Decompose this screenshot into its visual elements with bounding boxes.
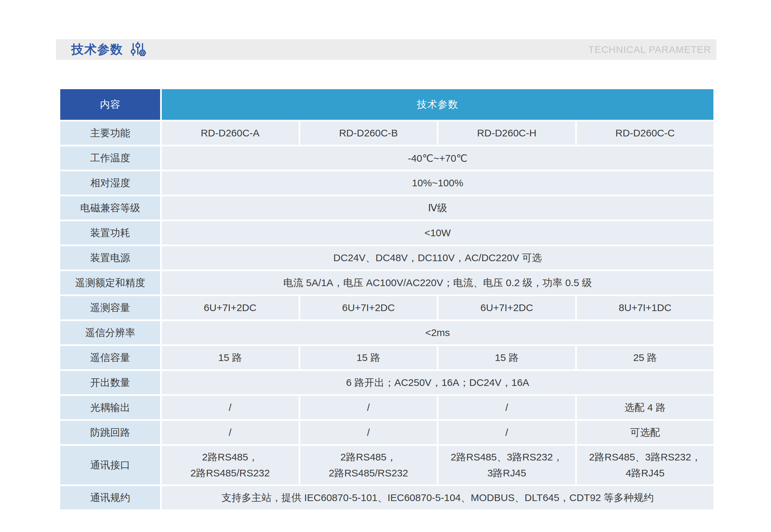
header-cell-params: 技术参数 [162, 89, 713, 120]
cell-value: 6U+7I+2DC [162, 296, 298, 319]
table-row-telemetry-capacity: 遥测容量 6U+7I+2DC 6U+7I+2DC 6U+7I+2DC 8U+7I… [60, 296, 713, 319]
row-label: 装置电源 [60, 246, 160, 269]
cell-model-h: RD-D260C-H [439, 121, 575, 145]
table-row-output-count: 开出数量 6 路开出；AC250V，16A；DC24V，16A [60, 371, 713, 394]
cell-model-a: RD-D260C-A [162, 121, 298, 145]
cell-value: 6U+7I+2DC [439, 296, 575, 319]
cell-value: 25 路 [577, 346, 714, 369]
table-row-comm-interface: 通讯接口 2路RS485， 2路RS485/RS232 2路RS485， 2路R… [60, 446, 713, 484]
table-row-power-consumption: 装置功耗 <10W [60, 221, 713, 245]
table-row-optocoupler-output: 光耦输出 / / / 选配 4 路 [60, 396, 713, 419]
row-label: 遥信容量 [60, 346, 160, 369]
row-label: 遥测容量 [60, 296, 160, 319]
cell-value: 支持多主站，提供 IEC60870-5-101、IEC60870-5-104、M… [162, 486, 713, 509]
cell-value: / [439, 421, 575, 444]
cell-value: 2路RS485、3路RS232， 3路RJ45 [439, 446, 575, 484]
table-row-relative-humidity: 相对湿度 10%~100% [60, 171, 713, 195]
cell-value: Ⅳ级 [162, 196, 713, 220]
cell-value: 10%~100% [162, 171, 713, 195]
table-row-signal-capacity: 遥信容量 15 路 15 路 15 路 25 路 [60, 346, 713, 369]
cell-value: 选配 4 路 [577, 396, 714, 419]
cell-value: 电流 5A/1A，电压 AC100V/AC220V；电流、电压 0.2 级，功率… [162, 271, 713, 294]
table-row-comm-protocol: 通讯规约 支持多主站，提供 IEC60870-5-101、IEC60870-5-… [60, 486, 713, 509]
row-label: 遥信分辨率 [60, 321, 160, 344]
cell-value: 15 路 [300, 346, 437, 369]
table-row-main-function: 主要功能 RD-D260C-A RD-D260C-B RD-D260C-H RD… [60, 121, 713, 145]
cell-value: 可选配 [577, 421, 714, 444]
cell-value: 15 路 [162, 346, 298, 369]
header-cell-content: 内容 [60, 89, 160, 120]
row-label: 主要功能 [60, 121, 160, 145]
cell-value: / [162, 421, 298, 444]
table-header-row: 内容 技术参数 [60, 89, 713, 120]
cell-value: 2路RS485、3路RS232， 4路RJ45 [577, 446, 714, 484]
table-row-signal-resolution: 遥信分辨率 <2ms [60, 321, 713, 344]
cell-model-c: RD-D260C-C [577, 121, 714, 145]
section-header-bar: 技术参数 TECHNICAL PARAMETER [56, 39, 716, 60]
cell-value: -40℃~+70℃ [162, 146, 713, 170]
cell-value: <2ms [162, 321, 713, 344]
row-label: 防跳回路 [60, 421, 160, 444]
row-label: 工作温度 [60, 146, 160, 170]
cell-value: 2路RS485， 2路RS485/RS232 [162, 446, 298, 484]
cell-value: 6U+7I+2DC [300, 296, 437, 319]
row-label: 装置功耗 [60, 221, 160, 245]
section-title: 技术参数 [71, 41, 123, 58]
row-label: 通讯接口 [60, 446, 160, 484]
cell-value: <10W [162, 221, 713, 245]
row-label: 开出数量 [60, 371, 160, 394]
cell-model-b: RD-D260C-B [300, 121, 437, 145]
table-row-anti-pumping: 防跳回路 / / / 可选配 [60, 421, 713, 444]
row-label: 通讯规约 [60, 486, 160, 509]
cell-value: DC24V、DC48V，DC110V，AC/DC220V 可选 [162, 246, 713, 269]
table-row-power-supply: 装置电源 DC24V、DC48V，DC110V，AC/DC220V 可选 [60, 246, 713, 269]
sliders-gear-icon [130, 41, 147, 58]
cell-value: 15 路 [439, 346, 575, 369]
cell-value: / [300, 421, 437, 444]
section-subtitle-en: TECHNICAL PARAMETER [588, 44, 711, 55]
cell-value: / [300, 396, 437, 419]
row-label: 遥测额定和精度 [60, 271, 160, 294]
technical-parameter-table: 内容 技术参数 主要功能 RD-D260C-A RD-D260C-B RD-D2… [59, 88, 715, 511]
cell-value: / [439, 396, 575, 419]
cell-value: 6 路开出；AC250V，16A；DC24V，16A [162, 371, 713, 394]
table-row-telemetry-rating: 遥测额定和精度 电流 5A/1A，电压 AC100V/AC220V；电流、电压 … [60, 271, 713, 294]
table-row-emc-level: 电磁兼容等级 Ⅳ级 [60, 196, 713, 220]
row-label: 光耦输出 [60, 396, 160, 419]
cell-value: 8U+7I+1DC [577, 296, 714, 319]
cell-value: / [162, 396, 298, 419]
cell-value: 2路RS485， 2路RS485/RS232 [300, 446, 437, 484]
row-label: 电磁兼容等级 [60, 196, 160, 220]
row-label: 相对湿度 [60, 171, 160, 195]
table-row-operating-temp: 工作温度 -40℃~+70℃ [60, 146, 713, 170]
